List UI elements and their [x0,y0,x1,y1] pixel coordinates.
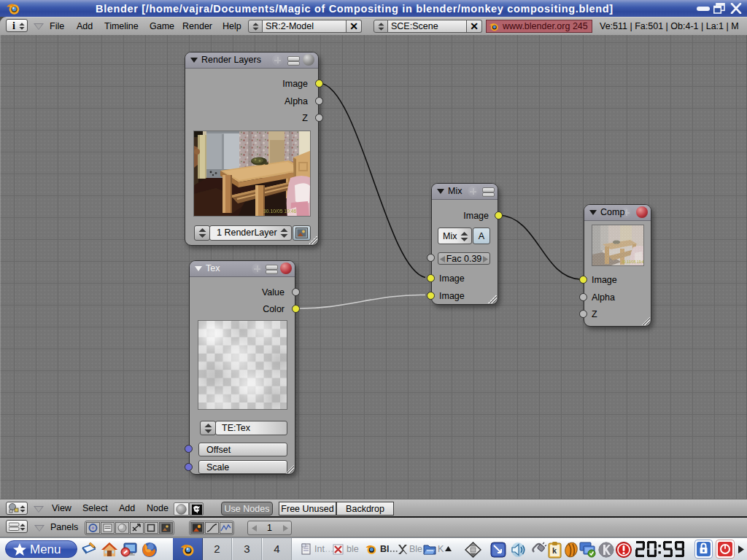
svg-text:30.10/05 19:46: 30.10/05 19:46 [622,260,644,264]
svg-text:k: k [552,546,557,555]
svg-text:30.10/05 19:46: 30.10/05 19:46 [263,209,297,214]
